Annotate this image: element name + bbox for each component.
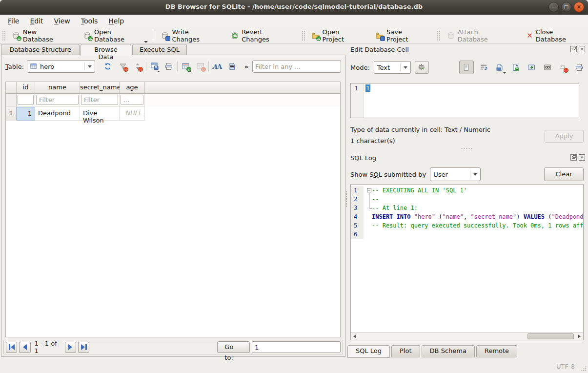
filter-age-input[interactable] [121,95,143,105]
toolbar-drag-handle[interactable] [302,30,305,41]
dock-tab-db-schema[interactable]: DB Schema [422,345,475,357]
clear-sorting-button[interactable]: − [132,61,143,72]
dock-splitter[interactable] [461,147,473,150]
fold-marker[interactable] [367,188,371,192]
goto-button[interactable]: Go to: [217,341,250,353]
apply-button[interactable]: Apply [545,130,584,143]
resize-grip[interactable] [580,365,587,372]
log-line[interactable]: 6 [351,230,583,239]
log-line[interactable]: 3-- At line 1: [351,204,583,212]
scrollbar-thumb[interactable] [527,333,574,339]
tab-browse-data[interactable]: Browse Data [81,44,131,56]
delete-record-icon: − [197,62,204,70]
refresh-button[interactable] [102,61,114,72]
menu-file[interactable]: File [3,16,24,26]
open-database-button[interactable]: ➔ Open Database [79,26,146,45]
menu-tools[interactable]: Tools [76,16,103,26]
open-in-external-button[interactable] [541,62,553,73]
float-panel-button[interactable] [570,154,577,161]
cell-age[interactable]: NULL [120,107,145,121]
tab-database-structure[interactable]: Database Structure [1,44,80,55]
attach-database-button[interactable]: Attach Database [442,26,513,45]
tab-execute-sql[interactable]: Execute SQL [132,44,187,55]
write-changes-button[interactable]: Write Changes [156,26,221,45]
cell-editor[interactable]: 1 1 [350,83,579,118]
copy-to-cell-button[interactable] [526,62,538,73]
row-header[interactable]: 1 [6,107,17,121]
insert-record-icon: + [182,62,190,70]
clear-log-button[interactable]: Clear [544,167,584,181]
close-database-button[interactable]: ✕ Close Database [522,26,588,45]
export-to-file-button[interactable] [509,62,522,73]
close-button[interactable]: × [574,2,584,12]
close-panel-button[interactable]: × [579,154,585,161]
word-wrap-icon [480,63,487,71]
scroll-left-button[interactable] [351,333,359,340]
filter-secret-name-input[interactable] [81,95,118,105]
table-select[interactable]: hero [27,60,95,73]
print-cell-button[interactable] [573,62,585,73]
print-button[interactable] [163,61,175,72]
word-wrap-button[interactable] [478,62,490,73]
chevron-down-icon [189,71,192,72]
titlebar[interactable]: DB Browser for SQLite - /home/user/code/… [0,0,588,15]
import-from-file-button[interactable] [494,62,506,73]
log-line[interactable]: 4INSERT INTO "hero" ("name", "secret_nam… [351,212,583,221]
column-header-age[interactable]: age [120,82,145,94]
global-filter-input[interactable] [252,60,341,73]
dock-tab-remote[interactable]: Remote [476,345,517,357]
save-results-button[interactable] [149,61,161,72]
minimize-button[interactable]: − [548,2,559,12]
minus-badge-icon: − [201,67,206,72]
show-sql-select[interactable]: User [430,167,481,181]
set-null-button[interactable]: − [557,62,569,73]
horizontal-scrollbar[interactable] [351,332,583,340]
dock-tab-plot[interactable]: Plot [391,345,420,357]
grid-corner-header[interactable] [6,82,17,94]
float-panel-button[interactable] [570,46,577,52]
column-header-name[interactable]: name [35,82,80,94]
insert-record-button[interactable]: + [180,61,192,72]
main-toolbar: + New Database ➔ Open Database Write Cha… [0,27,588,44]
new-database-button[interactable]: + New Database [7,26,72,45]
log-line[interactable]: 2-- [351,195,583,204]
sql-log-view[interactable]: 1-- EXECUTING ALL IN 'SQL 1'2--3-- At li… [350,184,584,340]
column-header-secret-name[interactable]: secret_name [80,82,120,94]
mode-select-value: Text [377,64,390,71]
log-line[interactable]: 5-- Result: query executed successfully.… [351,221,583,230]
cell-name[interactable]: Deadpond [35,107,80,121]
cell-secret-name[interactable]: Dive Wilson [80,107,120,121]
find-in-cells-button[interactable] [226,61,238,72]
last-record-button[interactable] [78,342,89,353]
new-database-label: New Database [23,28,67,43]
log-line[interactable]: 1-- EXECUTING ALL IN 'SQL 1' [351,186,583,195]
filter-id-input[interactable] [18,95,34,105]
cell-editor-value[interactable]: 1 [365,84,370,92]
goto-input[interactable] [252,341,341,353]
menu-edit[interactable]: Edit [25,16,48,26]
cell-id[interactable]: 1 [17,107,35,121]
open-project-button[interactable]: ➔ Open Project [307,26,366,45]
next-record-button[interactable] [65,342,76,353]
revert-changes-button[interactable]: Revert Changes [226,26,295,45]
clear-filters-button[interactable]: − [117,61,129,72]
text-view-button[interactable] [459,61,474,74]
font-settings-button[interactable]: AA [211,61,223,72]
toolbar-drag-handle[interactable] [437,30,440,41]
column-header-id[interactable]: id [17,82,35,94]
previous-record-button[interactable] [19,342,30,353]
auto-format-button[interactable] [415,61,428,74]
toolbar-drag-handle[interactable] [2,30,5,41]
menu-view[interactable]: View [49,16,75,26]
close-panel-button[interactable]: × [579,46,585,52]
delete-record-button[interactable]: − [195,61,206,72]
toolbar-extension-button[interactable]: » [244,63,248,70]
save-project-button[interactable]: Save Project [371,26,429,45]
filter-name-input[interactable] [36,95,79,105]
scroll-right-button[interactable] [575,333,583,340]
dock-tab-sql-log[interactable]: SQL Log [347,345,390,358]
menu-help[interactable]: Help [103,16,129,26]
maximize-button[interactable]: ◻ [561,2,571,12]
first-record-button[interactable] [6,342,17,353]
mode-select[interactable]: Text [374,61,411,74]
